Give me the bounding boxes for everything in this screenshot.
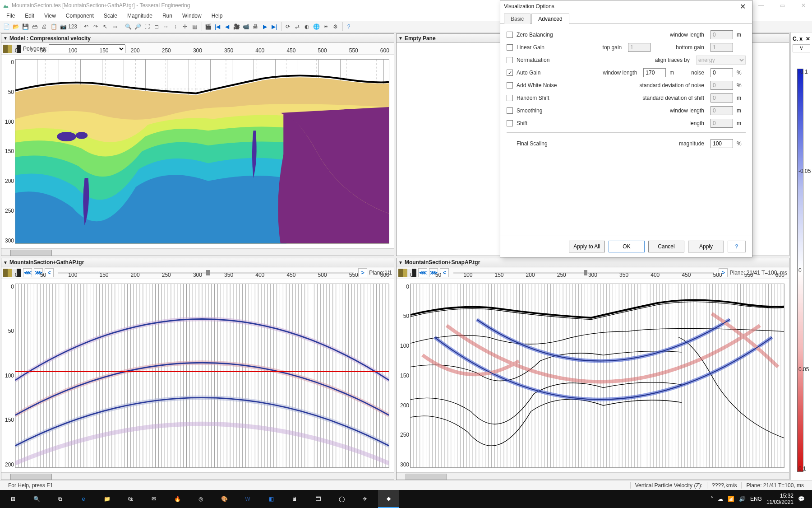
app4-icon[interactable]: 🗔 bbox=[308, 490, 328, 508]
window-close-icon[interactable]: ✕ bbox=[798, 2, 809, 9]
chk-normalization[interactable] bbox=[507, 57, 513, 63]
pane-model-header[interactable]: ▼ Model : Compressional velocity bbox=[1, 34, 394, 43]
tb-sync-icon[interactable]: ⇄ bbox=[293, 22, 302, 31]
tb-help-icon[interactable]: ? bbox=[344, 22, 353, 31]
tb-print-icon[interactable]: 🖨 bbox=[40, 22, 49, 31]
inp-top-gain[interactable] bbox=[628, 43, 651, 52]
legend-dropdown[interactable]: v bbox=[793, 44, 810, 52]
snap-plot[interactable]: 050100150200250300350400450500550600 050… bbox=[397, 279, 789, 473]
inp-shift-std[interactable] bbox=[710, 93, 733, 103]
collapse-icon[interactable]: ▼ bbox=[398, 36, 403, 41]
chk-zero-balancing[interactable] bbox=[507, 32, 513, 38]
pane-snap-header[interactable]: ▼ MountainSection+SnapAP.tgr bbox=[397, 258, 789, 267]
tray-up-icon[interactable]: ˄ bbox=[710, 496, 713, 502]
sel-align-traces[interactable]: energy bbox=[696, 56, 746, 65]
app1-icon[interactable]: 🔥 bbox=[167, 490, 188, 508]
inp-zero-winlen[interactable] bbox=[710, 30, 733, 39]
tb-settings-icon[interactable]: ⚙ bbox=[331, 22, 340, 31]
chrome-icon[interactable]: ◯ bbox=[331, 490, 352, 508]
inp-bottom-gain[interactable] bbox=[710, 43, 733, 52]
tray-sound-icon[interactable]: 🔊 bbox=[739, 496, 746, 502]
window-maximize-icon[interactable]: ▭ bbox=[776, 2, 789, 9]
chk-shift[interactable] bbox=[507, 120, 513, 126]
tb-record-icon[interactable]: 🎥 bbox=[232, 22, 241, 31]
gath-plot[interactable]: 050100150200250300350400450500550600 050… bbox=[1, 279, 394, 473]
tb-next-icon[interactable]: ▶ bbox=[260, 22, 269, 31]
tb-zoomin-icon[interactable]: 🔍 bbox=[124, 22, 133, 31]
menu-magnitude[interactable]: Magnitude bbox=[123, 12, 157, 20]
model-plot[interactable]: 050100150200250300350400450500550600 050… bbox=[1, 55, 394, 248]
start-icon[interactable]: ⊞ bbox=[3, 490, 23, 508]
tb-redo-icon[interactable]: ↷ bbox=[91, 22, 100, 31]
chk-white-noise[interactable] bbox=[507, 82, 513, 89]
tb-axes-icon[interactable]: ✛ bbox=[180, 22, 189, 31]
tb-stop-icon[interactable]: 📹 bbox=[241, 22, 250, 31]
tb-globe-icon[interactable]: 🌐 bbox=[312, 22, 321, 31]
inp-auto-winlen[interactable] bbox=[643, 68, 666, 77]
btn-help[interactable]: ? bbox=[728, 241, 746, 252]
menu-help[interactable]: Help bbox=[207, 12, 227, 20]
menu-file[interactable]: File bbox=[2, 12, 19, 20]
store-icon[interactable]: 🛍 bbox=[120, 490, 141, 508]
btn-apply-all[interactable]: Apply to All bbox=[569, 241, 605, 252]
chk-random-shift[interactable] bbox=[507, 95, 513, 101]
tb-screenshot-icon[interactable]: 📷 bbox=[59, 22, 68, 31]
tb-toggle-icon[interactable]: ◐ bbox=[302, 22, 311, 31]
window-minimize-icon[interactable]: — bbox=[755, 2, 767, 9]
tb-open-icon[interactable]: 📂 bbox=[11, 22, 20, 31]
tb-copy-icon[interactable]: 📋 bbox=[49, 22, 58, 31]
inp-magnitude[interactable] bbox=[710, 139, 733, 148]
collapse-icon[interactable]: ▼ bbox=[398, 260, 403, 265]
tab-basic[interactable]: Basic bbox=[504, 14, 531, 24]
tb-refresh-icon[interactable]: ⟳ bbox=[283, 22, 292, 31]
tb-fith-icon[interactable]: ↔ bbox=[161, 22, 171, 31]
taskview-icon[interactable]: ⧉ bbox=[50, 490, 70, 508]
tb-cursor-icon[interactable]: ↖ bbox=[101, 22, 110, 31]
menu-view[interactable]: View bbox=[40, 12, 60, 20]
tb-printframe-icon[interactable]: 🖶 bbox=[251, 22, 260, 31]
model-hscroll[interactable] bbox=[1, 248, 394, 256]
pane-gath-header[interactable]: ▼ MountainSection+GathAP.tgr bbox=[1, 258, 394, 267]
menu-edit[interactable]: Edit bbox=[20, 12, 39, 20]
inp-shift-len[interactable] bbox=[710, 119, 733, 128]
collapse-icon[interactable]: ▼ bbox=[3, 36, 8, 41]
menu-component[interactable]: Component bbox=[61, 12, 98, 20]
tb-movie-icon[interactable]: 🎬 bbox=[203, 22, 212, 31]
dialog-close-icon[interactable]: ✕ bbox=[737, 2, 748, 11]
calc-icon[interactable]: 🖩 bbox=[284, 490, 305, 508]
app5-icon[interactable]: ✈ bbox=[355, 490, 375, 508]
chk-linear-gain[interactable] bbox=[507, 44, 513, 51]
chk-smoothing[interactable] bbox=[507, 107, 513, 114]
btn-cancel[interactable]: Cancel bbox=[648, 241, 684, 252]
menu-scale[interactable]: Scale bbox=[99, 12, 122, 20]
tray-lang[interactable]: ENG bbox=[750, 496, 762, 502]
tb-layers-icon[interactable]: ☀ bbox=[321, 22, 330, 31]
inp-smooth-winlen[interactable] bbox=[710, 106, 733, 115]
app2-icon[interactable]: ◎ bbox=[190, 490, 211, 508]
tesseral-icon[interactable]: ◆ bbox=[378, 490, 399, 508]
chk-auto-gain[interactable]: ✓ bbox=[507, 70, 513, 76]
word-icon[interactable]: W bbox=[237, 490, 258, 508]
tb-fitv-icon[interactable]: ↕ bbox=[171, 22, 180, 31]
tb-undo-icon[interactable]: ↶ bbox=[82, 22, 91, 31]
tray-wifi-icon[interactable]: 📶 bbox=[728, 496, 734, 502]
tb-numeric-icon[interactable]: 123 bbox=[68, 22, 77, 31]
tb-zoomout-icon[interactable]: 🔎 bbox=[133, 22, 142, 31]
tb-prev-icon[interactable]: ◀ bbox=[222, 22, 231, 31]
paint-icon[interactable]: 🎨 bbox=[214, 490, 235, 508]
tb-save-icon[interactable]: 💾 bbox=[21, 22, 30, 31]
search-icon[interactable]: 🔍 bbox=[26, 490, 47, 508]
inp-noise-std[interactable] bbox=[710, 81, 733, 90]
mail-icon[interactable]: ✉ bbox=[143, 490, 164, 508]
tb-first-icon[interactable]: |◀ bbox=[213, 22, 222, 31]
tab-advanced[interactable]: Advanced bbox=[531, 14, 569, 24]
btn-ok[interactable]: OK bbox=[609, 241, 645, 252]
tb-grid-icon[interactable]: ▦ bbox=[190, 22, 199, 31]
explorer-icon[interactable]: 📁 bbox=[97, 490, 117, 508]
tray-cloud-icon[interactable]: ☁ bbox=[718, 496, 723, 502]
menu-run[interactable]: Run bbox=[158, 12, 177, 20]
legend-close-icon[interactable]: ✕ bbox=[806, 36, 810, 42]
tray-clock[interactable]: 15:32 11/03/2021 bbox=[766, 493, 794, 506]
menu-window[interactable]: Window bbox=[178, 12, 206, 20]
collapse-icon[interactable]: ▼ bbox=[3, 260, 8, 265]
